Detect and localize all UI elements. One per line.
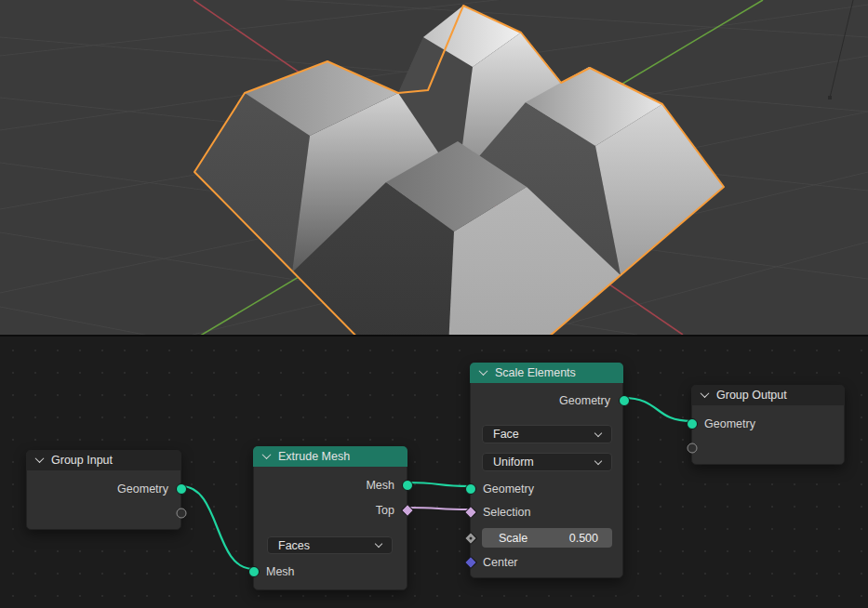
chevron-down-icon bbox=[375, 540, 382, 548]
node-header[interactable]: Group Output bbox=[691, 385, 845, 405]
node-group-input[interactable]: Group Input Geometry bbox=[26, 450, 181, 530]
collapse-chevron-icon[interactable] bbox=[35, 454, 45, 463]
blender-window: Group Input Geometry Extrude Mesh Mesh T… bbox=[0, 0, 868, 608]
empty-object-marker bbox=[828, 96, 832, 99]
chevron-down-icon bbox=[594, 456, 602, 464]
socket-center-input[interactable] bbox=[464, 556, 477, 569]
input-label-mesh: Mesh bbox=[266, 564, 295, 579]
scale-label: Scale bbox=[499, 532, 527, 545]
socket-selection-input[interactable] bbox=[464, 506, 477, 519]
domain-dropdown-value: Face bbox=[493, 428, 519, 441]
socket-scale-input[interactable] bbox=[464, 532, 477, 545]
scale-value-slider[interactable]: Scale 0.500 bbox=[482, 528, 612, 548]
chevron-down-icon bbox=[594, 429, 602, 436]
output-label-mesh: Mesh bbox=[366, 478, 394, 493]
node-title: Scale Elements bbox=[495, 366, 576, 379]
socket-geometry-output[interactable] bbox=[619, 395, 630, 406]
node-header[interactable]: Extrude Mesh bbox=[253, 446, 407, 467]
input-label-geometry: Geometry bbox=[483, 482, 534, 496]
socket-virtual-output[interactable] bbox=[177, 509, 187, 519]
mode-dropdown[interactable]: Faces bbox=[267, 536, 393, 554]
collapse-chevron-icon[interactable] bbox=[262, 450, 272, 459]
node-title: Extrude Mesh bbox=[278, 450, 350, 463]
node-header[interactable]: Group Input bbox=[26, 450, 181, 470]
3d-viewport[interactable] bbox=[0, 0, 868, 335]
node-link[interactable] bbox=[181, 486, 253, 569]
input-label-selection: Selection bbox=[483, 505, 530, 520]
node-link[interactable] bbox=[623, 398, 691, 421]
node-link[interactable] bbox=[407, 482, 470, 486]
socket-top-output[interactable] bbox=[401, 504, 414, 517]
collapse-chevron-icon[interactable] bbox=[701, 389, 710, 398]
output-label-geometry: Geometry bbox=[559, 393, 610, 408]
node-header[interactable]: Scale Elements bbox=[470, 363, 623, 383]
socket-geometry-input[interactable] bbox=[465, 483, 476, 495]
input-label-geometry: Geometry bbox=[704, 416, 755, 431]
scale-value: 0.500 bbox=[569, 532, 598, 545]
output-label-top: Top bbox=[376, 503, 394, 518]
output-label-geometry: Geometry bbox=[117, 482, 168, 496]
socket-mesh-input[interactable] bbox=[248, 566, 260, 577]
socket-mesh-output[interactable] bbox=[402, 480, 413, 491]
socket-geometry-input[interactable] bbox=[687, 418, 698, 430]
scale-mode-dropdown[interactable]: Uniform bbox=[482, 453, 612, 471]
node-title: Group Output bbox=[716, 389, 787, 402]
node-group-output[interactable]: Group Output Geometry bbox=[691, 385, 845, 465]
domain-dropdown[interactable]: Face bbox=[482, 425, 612, 443]
input-label-center: Center bbox=[483, 555, 518, 570]
node-editor[interactable]: Group Input Geometry Extrude Mesh Mesh T… bbox=[0, 335, 868, 608]
scale-mode-dropdown-value: Uniform bbox=[493, 456, 534, 469]
node-scale-elements[interactable]: Scale Elements Geometry Face Uniform Geo… bbox=[470, 363, 623, 578]
collapse-chevron-icon[interactable] bbox=[479, 366, 488, 376]
node-extrude-mesh[interactable]: Extrude Mesh Mesh Top Faces Mesh bbox=[253, 446, 407, 590]
mode-dropdown-value: Faces bbox=[278, 539, 310, 552]
socket-geometry-output[interactable] bbox=[176, 483, 187, 495]
field-socket-dot bbox=[469, 536, 473, 540]
node-link[interactable] bbox=[407, 508, 470, 509]
node-title: Group Input bbox=[51, 454, 113, 467]
socket-virtual-input[interactable] bbox=[688, 443, 698, 454]
